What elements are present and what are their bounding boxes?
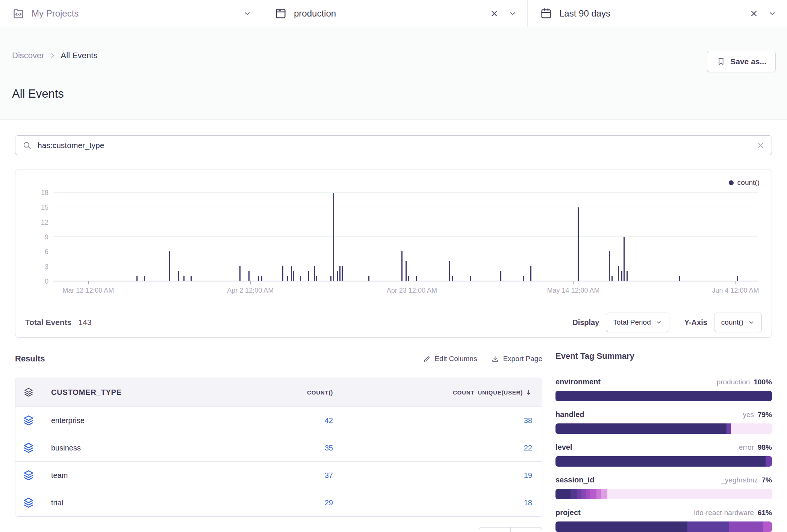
y-axis-dropdown[interactable]: count() (714, 313, 762, 332)
x-tick-mark (573, 281, 574, 284)
chevron-right-icon (49, 52, 56, 59)
tag-bar-segment (555, 521, 687, 532)
row-icon-cell[interactable] (15, 497, 42, 508)
count-cell[interactable]: 37 (219, 471, 344, 480)
chart-bar (406, 261, 407, 281)
display-dropdown[interactable]: Total Period (606, 313, 669, 332)
count-unique-cell[interactable]: 38 (344, 416, 542, 425)
chart-bar (449, 261, 450, 281)
chart-legend[interactable]: count() (729, 178, 760, 187)
tag-percent: 100% (754, 378, 772, 386)
chevron-down-icon[interactable] (768, 9, 776, 18)
customer-type-cell: trial (42, 499, 219, 507)
tag-percent: 61% (758, 509, 772, 517)
customer-type-cell: enterprise (42, 416, 219, 425)
chart-bar (191, 276, 192, 281)
tag-value-label: ido-react-hardware (694, 509, 754, 517)
layers-icon (23, 470, 34, 481)
tag-top-value: _yeghrsbnz7% (721, 476, 772, 484)
clear-date-range-icon[interactable] (749, 9, 758, 18)
row-icon-cell[interactable] (15, 442, 42, 453)
chart-bar (291, 266, 292, 281)
tag-bar[interactable] (555, 423, 772, 434)
chevron-down-icon[interactable] (509, 9, 517, 18)
count-unique-cell[interactable]: 19 (344, 471, 542, 480)
tag-bar-segment (687, 521, 728, 532)
tag-bar[interactable] (555, 456, 772, 467)
breadcrumb: Discover All Events (12, 51, 97, 60)
tag-bar-segment (726, 423, 731, 434)
row-icon-cell[interactable] (15, 415, 42, 426)
tag-value-label: production (717, 378, 750, 386)
chart-bar (611, 276, 613, 281)
chart-bar (339, 266, 341, 281)
project-selector[interactable]: My Projects (0, 0, 262, 27)
search-input[interactable] (38, 141, 751, 150)
breadcrumb-discover-link[interactable]: Discover (12, 51, 44, 60)
column-header-count[interactable]: COUNT() (219, 389, 344, 396)
clear-environment-icon[interactable] (490, 9, 499, 18)
tag-bar[interactable] (555, 521, 772, 532)
gridline (53, 192, 758, 193)
chart-bar (408, 276, 409, 281)
tag-group: handledyes79% (555, 410, 772, 434)
tag-group: environmentproduction100% (555, 378, 772, 401)
export-page-label: Export Page (503, 355, 542, 363)
count-cell[interactable]: 35 (219, 444, 344, 452)
customer-type-cell: business (42, 444, 219, 452)
tag-bar-segment (555, 391, 772, 401)
tag-bar[interactable] (555, 489, 772, 499)
tag-bar-segment (596, 489, 601, 499)
tag-bar[interactable] (555, 391, 772, 401)
column-header-customer-type[interactable]: CUSTOMER_TYPE (42, 388, 219, 397)
clear-search-icon[interactable] (757, 141, 765, 150)
previous-page-button[interactable] (479, 527, 511, 532)
total-events-label: Total Events (25, 318, 71, 327)
count-cell[interactable]: 42 (219, 416, 344, 425)
x-tick-mark (736, 281, 736, 284)
layers-icon (23, 415, 34, 426)
pencil-icon (423, 355, 431, 363)
chart-bar (627, 271, 628, 281)
count-cell[interactable]: 29 (219, 499, 344, 507)
environment-selector-label: production (294, 8, 336, 19)
chart-bar (258, 276, 259, 281)
tag-percent: 98% (758, 443, 772, 451)
total-events-value: 143 (78, 318, 91, 327)
chart-bar (308, 271, 309, 281)
date-range-selector[interactable]: Last 90 days (527, 0, 787, 27)
next-page-button[interactable] (510, 527, 542, 532)
count-unique-cell[interactable]: 18 (344, 499, 542, 507)
tag-label-row: session_id_yeghrsbnz7% (555, 476, 772, 485)
display-dropdown-value: Total Period (613, 318, 651, 326)
tag-value-label: yes (743, 411, 754, 419)
breadcrumb-current: All Events (61, 51, 98, 60)
edit-columns-button[interactable]: Edit Columns (423, 355, 477, 363)
layers-icon (23, 442, 34, 453)
count-unique-cell[interactable]: 22 (344, 444, 542, 452)
chart-bar (416, 276, 417, 281)
results-table: CUSTOMER_TYPE COUNT() COUNT_UNIQUE(USER)… (15, 378, 542, 517)
chart-footer: Total Events 143 Display Total Period Y-… (15, 307, 772, 337)
tag-percent: 7% (762, 476, 772, 484)
y-axis-tick-label: 6 (15, 248, 48, 256)
tag-bar-segment (555, 489, 571, 499)
events-chart: count() 0369121518 Mar 12 12:00 AMApr 2 … (15, 169, 772, 338)
customer-type-cell: team (42, 471, 219, 480)
tag-top-value: error98% (739, 443, 772, 452)
chart-bar (314, 266, 315, 281)
export-page-button[interactable]: Export Page (491, 355, 542, 363)
column-header-count-unique[interactable]: COUNT_UNIQUE(USER) (344, 389, 542, 396)
results-heading: Results (15, 354, 45, 364)
chevron-down-icon (655, 319, 662, 326)
tag-name: session_id (555, 476, 594, 484)
save-as-button[interactable]: Save as... (707, 51, 776, 72)
x-axis-tick-label: May 14 12:00 AM (547, 287, 599, 295)
chart-bar (621, 271, 622, 281)
bookmark-icon (716, 57, 726, 66)
chevron-down-icon[interactable] (243, 9, 251, 18)
row-icon-cell[interactable] (15, 470, 42, 481)
browser-window-icon (274, 7, 287, 20)
environment-selector[interactable]: production (262, 0, 527, 27)
chart-bar (609, 251, 610, 281)
